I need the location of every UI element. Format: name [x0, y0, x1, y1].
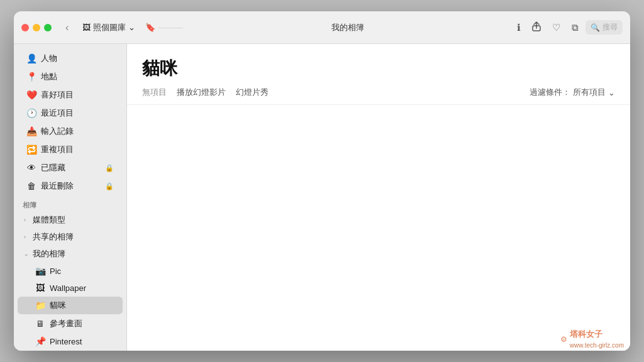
filter-chevron-icon: ⌄	[608, 88, 615, 97]
divider-icon: ─────	[158, 24, 182, 31]
toolbar-actions: ℹ ♡ ⧉ 🔍 搜尋	[513, 18, 623, 36]
zoom-slider-area[interactable]: 🔖 ─────	[145, 23, 182, 32]
sidebar-item-duplicates[interactable]: 🔁 重複項目	[18, 141, 123, 158]
sidebar-label-duplicates: 重複項目	[41, 144, 74, 155]
toolbar-title: 我的相簿	[187, 22, 508, 33]
sidebar-item-cats[interactable]: 📁 貓咪	[18, 297, 123, 314]
albums-section-label: 相簿	[14, 195, 126, 211]
content-actions: 無項目 播放幻燈影片 幻燈片秀 過濾條件： 所有項目 ⌄	[142, 85, 615, 99]
imports-icon: 📥	[26, 126, 36, 136]
slideshow-button[interactable]: 播放幻燈影片	[177, 85, 226, 99]
sidebar-item-sketch[interactable]: 🖥 參考畫面	[18, 315, 123, 332]
content-header: 貓咪 無項目 播放幻燈影片 幻燈片秀 過濾條件： 所有項目 ⌄	[127, 44, 630, 105]
info-button[interactable]: ℹ	[513, 19, 525, 36]
sidebar-label-my-albums: 我的相簿	[33, 248, 65, 260]
chevron-down-icon: ⌄	[128, 23, 135, 32]
share-button[interactable]	[528, 18, 545, 36]
back-button[interactable]: ‹	[62, 19, 72, 36]
people-icon: 👤	[26, 53, 36, 63]
empty-label: 無項目	[142, 87, 167, 98]
traffic-lights	[21, 24, 52, 31]
sidebar-item-media-types[interactable]: › 媒體類型	[18, 212, 123, 228]
heart-button[interactable]: ♡	[548, 19, 565, 36]
sidebar-item-deleted[interactable]: 🗑 最近刪除 🔒	[18, 177, 123, 195]
sidebar-item-pic[interactable]: 📷 Pic	[18, 263, 123, 279]
sidebar-label-pic: Pic	[50, 266, 61, 276]
sidebar-item-pinterest[interactable]: 📌 Pinterest	[18, 333, 123, 349]
search-icon: 🔍	[591, 23, 600, 32]
sidebar-item-hidden[interactable]: 👁 已隱藏 🔒	[18, 159, 123, 177]
sidebar-label-recent: 最近項目	[41, 107, 74, 119]
sidebar-label-pinterest: Pinterest	[50, 337, 82, 346]
watermark-text: 塔科女子 www.tech-girlz.com	[570, 329, 624, 349]
watermark-icon: ⚙	[560, 335, 567, 344]
filter-label: 過濾條件：	[530, 87, 570, 98]
wallpaper1-icon: 🖼	[35, 283, 45, 293]
pinterest-icon: 📌	[35, 336, 45, 346]
filter-area[interactable]: 過濾條件： 所有項目 ⌄	[530, 87, 615, 98]
copy-button[interactable]: ⧉	[567, 19, 583, 36]
maximize-button[interactable]	[44, 24, 52, 31]
sidebar-item-places[interactable]: 📍 地點	[18, 68, 123, 85]
sidebar: 👤 人物 📍 地點 ❤️ 喜好項目 🕐 最近項目 📥 輸入記錄 🔁 重複項	[14, 44, 127, 351]
sidebar-item-recent[interactable]: 🕐 最近項目	[18, 104, 123, 122]
sidebar-label-cats: 貓咪	[50, 300, 66, 311]
sidebar-label-shared: 共享的相簿	[33, 231, 74, 243]
sidebar-label-favorites: 喜好項目	[41, 89, 74, 101]
close-button[interactable]	[21, 24, 29, 31]
page-title: 貓咪	[142, 57, 615, 80]
bookmark-icon: 🔖	[145, 23, 155, 32]
minimize-button[interactable]	[33, 24, 40, 31]
pic-icon: 📷	[35, 266, 45, 276]
slideshowfx-button[interactable]: 幻燈片秀	[236, 85, 269, 99]
chevron-down-icon-my: ⌄	[24, 251, 30, 257]
places-icon: 📍	[26, 72, 36, 82]
album-library-button[interactable]: 🖼 照個圖庫 ⌄	[77, 19, 140, 36]
cats-icon: 📁	[35, 300, 45, 310]
deleted-icon: 🗑	[26, 181, 36, 191]
chevron-right-icon: ›	[24, 217, 30, 223]
search-placeholder: 搜尋	[602, 22, 618, 33]
watermark: ⚙ 塔科女子 www.tech-girlz.com	[560, 329, 624, 349]
duplicates-icon: 🔁	[26, 145, 36, 155]
album-label: 照個圖庫	[93, 22, 126, 33]
sidebar-label-media-types: 媒體類型	[33, 214, 65, 226]
lock-icon-deleted: 🔒	[105, 182, 114, 190]
sidebar-item-favorites[interactable]: ❤️ 喜好項目	[18, 86, 123, 104]
lock-icon: 🔒	[105, 164, 114, 172]
sidebar-item-inspiration[interactable]: 🟩 靈性	[18, 350, 123, 351]
sidebar-label-hidden: 已隱藏	[41, 162, 65, 173]
search-box[interactable]: 🔍 搜尋	[586, 20, 623, 35]
sidebar-label-deleted: 最近刪除	[41, 180, 74, 192]
sidebar-label-wallpaper1: Wallpaper	[50, 283, 86, 293]
favorites-icon: ❤️	[26, 90, 36, 100]
sidebar-label-sketch: 參考畫面	[50, 318, 82, 329]
sidebar-label-places: 地點	[41, 71, 57, 82]
album-icon: 🖼	[82, 23, 91, 32]
recent-icon: 🕐	[26, 108, 36, 118]
sidebar-item-wallpaper1[interactable]: 🖼 Wallpaper	[18, 280, 123, 296]
app-window: ‹ 🖼 照個圖庫 ⌄ 🔖 ───── 我的相簿 ℹ ♡ ⧉ 🔍 搜尋	[14, 11, 630, 351]
hidden-icon: 👁	[26, 163, 36, 173]
filter-value: 所有項目	[573, 87, 606, 98]
sidebar-label-imports: 輸入記錄	[41, 126, 74, 137]
titlebar: ‹ 🖼 照個圖庫 ⌄ 🔖 ───── 我的相簿 ℹ ♡ ⧉ 🔍 搜尋	[14, 11, 630, 44]
sidebar-item-people[interactable]: 👤 人物	[18, 50, 123, 67]
sidebar-item-imports[interactable]: 📥 輸入記錄	[18, 123, 123, 140]
content-area: 貓咪 無項目 播放幻燈影片 幻燈片秀 過濾條件： 所有項目 ⌄	[127, 44, 630, 351]
sidebar-item-shared-albums[interactable]: › 共享的相簿	[18, 229, 123, 245]
sketch-icon: 🖥	[35, 319, 45, 329]
content-body	[127, 105, 630, 351]
sidebar-label-people: 人物	[41, 53, 57, 64]
main-area: 👤 人物 📍 地點 ❤️ 喜好項目 🕐 最近項目 📥 輸入記錄 🔁 重複項	[14, 44, 630, 351]
chevron-right-icon-shared: ›	[24, 234, 30, 240]
sidebar-item-my-albums[interactable]: ⌄ 我的相簿	[18, 246, 123, 262]
